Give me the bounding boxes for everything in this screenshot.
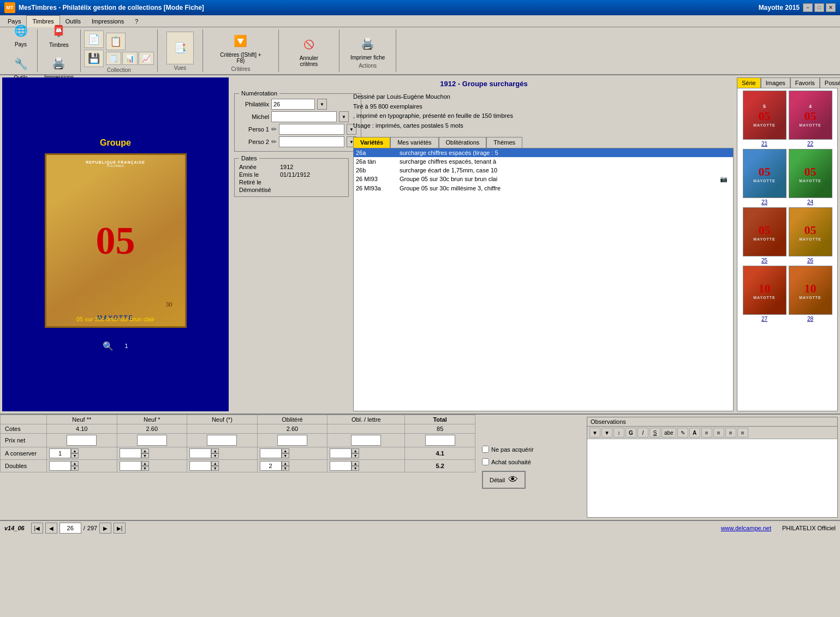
a-conserver-v3[interactable] [189,448,211,458]
a-conserver-v5-up[interactable]: ▲ [352,448,359,453]
obs-pen[interactable]: ✎ [677,428,688,438]
a-conserver-v1[interactable] [49,448,71,458]
doubles-v2-down[interactable]: ▼ [141,466,149,471]
thumb-item[interactable]: 5 05 MAYOTTE 21 [743,91,787,147]
thumb-number-label[interactable]: 21 [761,141,767,147]
perso1-pen-icon[interactable]: ✏ [271,125,277,133]
prix-net-v3[interactable] [207,435,237,446]
philatelix-input[interactable] [271,99,315,110]
thumb-number-label[interactable]: 22 [807,141,813,147]
detail-button[interactable]: Détail 👁 [482,471,526,489]
varietes-list-item[interactable]: 26a tàn surcharge chiffres espacés, tena… [354,157,733,166]
obs-align-justify[interactable]: ≡ [737,428,748,438]
close-button[interactable]: ✕ [826,3,836,12]
a-conserver-v4[interactable] [260,448,282,458]
observations-textarea[interactable] [587,439,837,517]
prix-net-v4[interactable] [277,435,307,446]
thumb-scroll-area[interactable]: 5 05 MAYOTTE 21 4 05 MAYOTTE 22 05 [737,88,838,411]
thumb-item[interactable]: 10 MAYOTTE 27 [743,266,787,322]
obs-align-right[interactable]: ≡ [725,428,736,438]
doubles-v5-down[interactable]: ▼ [352,466,359,471]
menu-impressions[interactable]: Impressions [86,15,129,27]
obs-italic[interactable]: I [638,428,648,438]
maximize-button[interactable]: □ [814,3,824,12]
thumb-number-label[interactable]: 25 [761,257,767,263]
thumb-tab-images[interactable]: Images [761,77,790,88]
nav-first[interactable]: |◀ [31,523,43,534]
thumb-tab-serie[interactable]: Série [737,77,761,88]
a-conserver-v3-down[interactable]: ▼ [211,453,219,458]
nav-last[interactable]: ▶| [114,523,126,534]
thumb-number-label[interactable]: 26 [807,257,813,263]
collection-icon5[interactable]: 📊 [122,52,138,65]
a-conserver-v4-down[interactable]: ▼ [282,453,289,458]
a-conserver-v3-up[interactable]: ▲ [211,448,219,453]
collection-icon6[interactable]: 📈 [139,52,154,65]
a-conserver-v2-down[interactable]: ▼ [141,453,149,458]
thumb-number-label[interactable]: 24 [807,199,813,205]
criteres-button[interactable]: 🔽 Critères ([Shift] + F8) [214,30,267,65]
doubles-v3-up[interactable]: ▲ [211,461,219,466]
tab-mes-varietes[interactable]: Mes variétés [390,137,438,148]
varietes-list-item[interactable]: 26 MI93 Groupe 05 sur 30c brun sur brun … [354,175,733,184]
thumb-item[interactable]: 10 MAYOTTE 28 [789,266,832,322]
a-conserver-v5-down[interactable]: ▼ [352,453,359,458]
doubles-v5-up[interactable]: ▲ [352,461,359,466]
prix-net-total[interactable] [425,435,455,446]
tab-varietes[interactable]: Variétés [353,137,390,148]
page-input[interactable] [59,523,81,534]
doubles-v1-up[interactable]: ▲ [71,461,79,466]
obs-underline[interactable]: S [650,428,660,438]
a-conserver-v4-up[interactable]: ▲ [282,448,289,453]
pays-button[interactable]: 🌐 Pays [9,20,33,49]
obs-align-left[interactable]: ≡ [701,428,712,438]
obs-font-color[interactable]: A [689,428,700,438]
michel-input[interactable] [271,111,337,122]
doubles-v4[interactable] [260,461,282,471]
varietes-list-item[interactable]: 26b surcharge écart de 1,75mm, case 10 [354,166,733,175]
doubles-v4-down[interactable]: ▼ [282,466,289,471]
obs-strikethrough[interactable]: abe [662,428,676,438]
collection-icon1[interactable]: 📄 [84,31,104,48]
obs-align-center[interactable]: ≡ [713,428,724,438]
varietes-list-item[interactable]: 26a surcharge chiffres espacés (tirage :… [354,148,733,157]
thumb-item[interactable]: 4 05 MAYOTTE 22 [789,91,832,147]
nav-next[interactable]: ▶ [99,523,111,534]
prix-net-v5[interactable] [351,435,381,446]
tab-obliterations[interactable]: Oblitérations [439,137,487,148]
annuler-criteres-button[interactable]: 🚫 Annuler critères [288,33,330,68]
varietes-list-item[interactable]: 26 MI93a Groupe 05 sur 30c millésime 3, … [354,184,733,193]
thumb-item[interactable]: 05 MAYOTTE 23 [743,149,787,205]
doubles-v3[interactable] [189,461,211,471]
thumb-number-label[interactable]: 27 [761,316,767,322]
thumb-item[interactable]: 05 MAYOTTE 24 [789,149,832,205]
thumb-number-label[interactable]: 28 [807,316,813,322]
tab-themes[interactable]: Thèmes [486,137,522,148]
doubles-v2[interactable] [120,461,141,471]
doubles-v5[interactable] [330,461,352,471]
thumb-item[interactable]: 05 MAYOTTE 26 [789,207,832,263]
philatelix-dropdown[interactable]: ▼ [317,99,327,110]
ne-pas-acquerir-checkbox[interactable] [482,446,489,453]
perso2-input[interactable] [279,136,344,147]
obs-size-dropdown[interactable]: ▼ [601,428,612,438]
imprimer-fiche-button[interactable]: 🖨️ Imprimer fiche [348,33,387,62]
vue-icon1[interactable]: 📑 [166,32,194,64]
minimize-button[interactable]: − [803,3,813,12]
a-conserver-v1-down[interactable]: ▼ [71,453,79,458]
prix-net-v1[interactable] [67,435,97,446]
thumb-item[interactable]: 05 MAYOTTE 25 [743,207,787,263]
menu-help[interactable]: ? [129,15,144,27]
doubles-v4-up[interactable]: ▲ [282,461,289,466]
thumb-tab-possedes[interactable]: Possédés [820,77,840,88]
a-conserver-v2[interactable] [120,448,141,458]
thumb-number-label[interactable]: 23 [761,199,767,205]
obs-updown[interactable]: ↕ [613,428,624,438]
collection-icon2[interactable]: 💾 [84,50,104,67]
zoom-icon[interactable]: 🔍 [103,341,114,351]
doubles-v3-down[interactable]: ▼ [211,466,219,471]
a-conserver-v2-up[interactable]: ▲ [141,448,149,453]
perso2-pen-icon[interactable]: ✏ [271,138,277,146]
doubles-v1[interactable] [49,461,71,471]
collection-icon4[interactable]: 🗒️ [106,52,121,65]
